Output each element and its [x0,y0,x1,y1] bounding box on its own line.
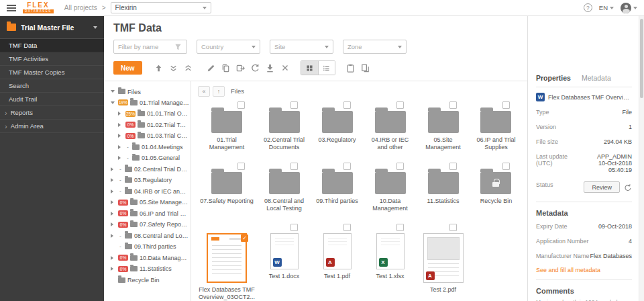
sidebar-item-tmf-data[interactable]: TMF Data [0,39,104,52]
item-checkbox[interactable] [343,163,351,170]
country-select[interactable]: Country [197,40,260,54]
tree-node[interactable]: -04.IRB or IEC and other Approvals [109,186,189,198]
tree-node[interactable]: -01.04.Meetings [109,142,189,153]
tree-node[interactable]: -03.Regulatory [109,175,189,186]
folder-item[interactable]: 04.IRB or IEC and other Approvals [364,100,416,158]
caret-right-icon[interactable] [111,212,113,216]
tree-node[interactable]: Recycle Bin [109,275,189,286]
item-checkbox[interactable] [502,163,510,170]
folder-item[interactable]: 09.Third parties [311,161,363,219]
folder-item[interactable]: 02.Central Trial Documents [258,100,310,158]
caret-right-icon[interactable] [118,123,121,127]
item-checkbox[interactable] [396,163,404,170]
folder-item[interactable]: 08.Central and Local Testing [258,161,310,219]
sidebar-item-audit-trail[interactable]: Audit Trail [0,93,104,106]
item-checkbox[interactable] [449,101,457,109]
upload-button[interactable] [152,61,166,75]
window-scrollbar[interactable] [639,16,644,301]
item-checkbox[interactable] [449,163,457,170]
tree-node[interactable]: 0%01.02.Trial Team [109,120,189,131]
caret-right-icon[interactable] [111,178,113,182]
folder-item[interactable]: 06.IP and Trial Supplies [470,100,522,158]
sidebar-item-reports[interactable]: ›Reports [0,106,104,120]
file-item[interactable]: WTest 1.docx [258,222,310,298]
expand-all-button[interactable] [166,61,181,75]
item-checkbox[interactable] [449,224,457,231]
go-up-button[interactable]: ↑ [213,86,225,97]
copy-button[interactable] [219,61,233,75]
tree-node[interactable]: -09.Third parties [109,241,189,253]
item-checkbox[interactable] [343,224,351,231]
move-button[interactable] [233,61,248,75]
download-button[interactable] [263,61,278,75]
tree-node[interactable]: -08.Central and Local Testing [109,230,189,242]
caret-right-icon[interactable] [111,234,113,238]
filter-by-name-input[interactable]: Filter by name [113,40,187,54]
refresh-button[interactable] [248,61,263,75]
help-icon[interactable]: ? [584,3,592,12]
caret-right-icon[interactable] [111,167,113,171]
folder-item[interactable]: 03.Regulatory [311,100,363,158]
collapse-all-button[interactable] [181,61,196,75]
language-selector[interactable]: EN [599,4,614,11]
file-item[interactable]: XTest 1.xlsx [364,222,416,298]
folder-item[interactable]: 07.Safety Reporting [197,161,257,219]
scrollbar-thumb[interactable] [640,19,643,98]
caret-right-icon[interactable] [111,222,113,226]
tree-node[interactable]: 19%01.Trial Management [109,97,189,109]
caret-right-icon[interactable] [118,134,121,138]
item-checkbox[interactable] [396,224,404,231]
hamburger-menu-icon[interactable] [7,5,16,11]
delete-button[interactable] [278,61,292,75]
site-select[interactable]: Site [270,40,333,54]
caret-right-icon[interactable] [118,156,121,160]
user-menu[interactable] [621,3,637,13]
new-button[interactable]: New [113,61,142,75]
folder-item[interactable]: 01.Trial Management [197,100,257,158]
item-checkbox[interactable] [343,101,351,109]
file-item[interactable]: ATest 2.pdf [417,222,469,298]
caret-down-icon[interactable] [111,90,115,93]
item-checkbox[interactable] [502,101,510,109]
item-checkbox[interactable] [237,101,245,109]
grid-view-button[interactable] [301,61,318,75]
item-checkbox[interactable] [237,163,245,170]
caret-down-icon[interactable] [111,101,115,104]
edit-button[interactable] [204,61,219,75]
item-checkbox[interactable] [290,224,298,231]
review-status-button[interactable]: Review [584,181,620,193]
caret-right-icon[interactable] [111,189,113,194]
sidebar-module-header[interactable]: Trial Master File [0,16,104,39]
folder-item[interactable]: Recycle Bin [470,161,522,219]
folder-item[interactable]: 11.Statistics [417,161,469,219]
item-checkbox[interactable] [290,101,298,109]
caret-right-icon[interactable] [111,256,113,260]
tree-node[interactable]: 0%07.Safety Reporting [109,219,189,230]
clipboard-button[interactable] [343,61,358,75]
tab-metadata[interactable]: Metadata [582,74,611,82]
collapse-panel-button[interactable]: « [198,86,210,97]
documents-button[interactable] [358,61,373,75]
caret-right-icon[interactable] [118,112,121,116]
caret-right-icon[interactable] [111,200,113,204]
tree-node[interactable]: 0%10.Data Management [109,253,189,264]
tree-node[interactable]: 0%11.Statistics [109,263,189,275]
undo-icon[interactable] [624,183,632,191]
item-checkbox[interactable] [396,101,404,109]
sidebar-item-search[interactable]: Search [0,79,104,93]
list-view-button[interactable] [318,61,335,75]
tree-node[interactable]: 25%01.01.Trial Oversight [109,108,189,120]
project-selector[interactable]: Flexirin [111,2,211,13]
tab-properties[interactable]: Properties [536,74,571,82]
tree-node[interactable]: 0%06.IP and Trial Supplies [109,208,189,220]
sidebar-item-tmf-activities[interactable]: TMF Activities [0,52,104,66]
file-item[interactable]: ATest 1.pdf [311,222,363,298]
tree-node[interactable]: 0%01.03.Trial Committee [109,130,189,142]
tree-node[interactable]: 0%05.Site Management [109,197,189,208]
sidebar-item-admin-area[interactable]: ›Admin Area [0,120,104,133]
folder-item[interactable]: 10.Data Management [364,161,416,219]
caret-right-icon[interactable] [111,267,113,271]
tree-node[interactable]: -01.05.General [109,153,189,164]
tree-root-files[interactable]: Files [109,86,189,97]
sidebar-item-tmf-master-copies[interactable]: TMF Master Copies [0,66,104,79]
